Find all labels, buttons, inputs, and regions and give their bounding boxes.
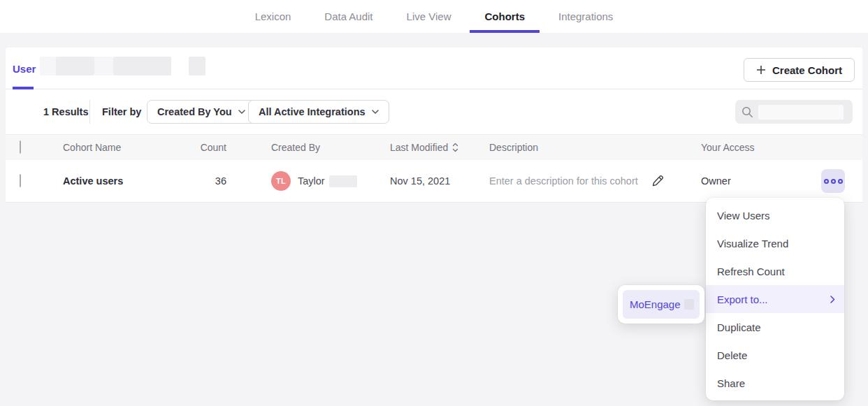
created-by-cell: TL Taylor (271, 171, 357, 191)
create-cohort-label: Create Cohort (772, 64, 842, 76)
dots-icon (824, 179, 829, 184)
menu-item-export-to[interactable]: Export to... (706, 285, 844, 313)
last-modified-cell: Nov 15, 2021 (390, 175, 450, 187)
nav-tab-label: Live View (407, 10, 451, 22)
chevron-down-icon (238, 110, 245, 114)
submenu-item-moengage[interactable]: MoEngage (623, 290, 700, 319)
header-description: Description (489, 142, 538, 153)
cohort-count: 36 (180, 175, 226, 187)
redacted-tab-block (189, 57, 205, 75)
redacted-tab-block (56, 57, 94, 75)
header-last-modified[interactable]: Last Modified (390, 142, 458, 153)
redacted-tab-block (113, 57, 171, 75)
cohort-type-tabs: User Create Cohort (6, 48, 862, 89)
redacted-submenu-suffix (684, 299, 694, 310)
header-your-access: Your Access (701, 142, 755, 153)
edit-description-pencil-icon[interactable] (651, 174, 665, 188)
filter-by-label: Filter by (102, 106, 141, 117)
select-all-checkbox[interactable] (20, 140, 21, 154)
redacted-tab-block (40, 57, 56, 75)
access-cell: Owner (701, 175, 731, 187)
nav-tab-lexicon[interactable]: Lexicon (240, 0, 306, 33)
chevron-right-icon (830, 296, 835, 303)
redacted-surname (329, 175, 357, 187)
created-by-dropdown[interactable]: Created By You (147, 100, 256, 124)
row-checkbox[interactable] (20, 174, 21, 187)
results-count: 1 Results (43, 106, 88, 117)
menu-item-export-to-label: Export to... (717, 293, 768, 305)
redacted-tab-block (94, 57, 113, 75)
active-integrations-dropdown[interactable]: All Active Integrations (248, 100, 389, 124)
table-header-row: Cohort Name Count Created By Last Modifi… (6, 134, 862, 160)
cohorts-panel: User Create Cohort 1 Results Filter by C… (6, 48, 862, 203)
submenu-item-moengage-label: MoEngage (630, 298, 681, 310)
nav-tab-live-view[interactable]: Live View (392, 0, 466, 33)
avatar: TL (271, 171, 291, 191)
table-row[interactable]: Active users 36 TL Taylor Nov 15, 2021 E… (6, 160, 862, 203)
active-integrations-dropdown-value: All Active Integrations (259, 106, 366, 117)
nav-tab-label: Integrations (558, 10, 613, 22)
created-by-dropdown-value: Created By You (157, 106, 232, 117)
row-actions-context-menu: View Users Visualize Trend Refresh Count… (706, 198, 844, 400)
description-placeholder[interactable]: Enter a description for this cohort (489, 175, 638, 187)
filter-row: 1 Results Filter by Created By You All A… (6, 89, 862, 134)
sort-icon[interactable] (452, 143, 458, 152)
nav-tab-cohorts[interactable]: Cohorts (470, 0, 540, 33)
dots-icon (831, 179, 836, 184)
cohort-name[interactable]: Active users (63, 175, 123, 187)
dots-icon (838, 179, 843, 184)
nav-tab-data-audit[interactable]: Data Audit (310, 0, 387, 33)
create-cohort-button[interactable]: Create Cohort (744, 58, 855, 82)
description-cell: Enter a description for this cohort (489, 174, 665, 188)
creator-name: Taylor (298, 175, 325, 187)
nav-tab-label: Cohorts (484, 10, 525, 22)
redacted-search-text (758, 105, 844, 119)
header-cohort-name: Cohort Name (63, 142, 121, 153)
nav-tab-label: Lexicon (255, 10, 291, 22)
menu-item-refresh-count[interactable]: Refresh Count (706, 257, 844, 285)
header-count: Count (180, 142, 226, 153)
menu-item-view-users[interactable]: View Users (706, 201, 844, 229)
row-actions-menu-button[interactable] (821, 169, 845, 193)
nav-tab-integrations[interactable]: Integrations (544, 0, 628, 33)
menu-item-visualize-trend[interactable]: Visualize Trend (706, 229, 844, 257)
tab-user[interactable]: User (13, 63, 36, 75)
vertical-divider (89, 100, 90, 124)
plus-icon (756, 65, 766, 75)
search-input[interactable] (735, 100, 853, 124)
export-submenu: MoEngage (618, 285, 704, 324)
active-tab-underline (470, 30, 540, 33)
top-nav: Lexicon Data Audit Live View Cohorts Int… (0, 0, 868, 33)
header-last-modified-label: Last Modified (390, 142, 448, 153)
search-icon (742, 106, 753, 118)
menu-item-delete[interactable]: Delete (706, 341, 844, 369)
cohorts-page: Lexicon Data Audit Live View Cohorts Int… (0, 0, 868, 406)
nav-tab-label: Data Audit (324, 10, 372, 22)
chevron-down-icon (372, 110, 379, 114)
header-created-by: Created By (271, 142, 320, 153)
menu-item-duplicate[interactable]: Duplicate (706, 313, 844, 341)
menu-item-share[interactable]: Share (706, 369, 844, 397)
